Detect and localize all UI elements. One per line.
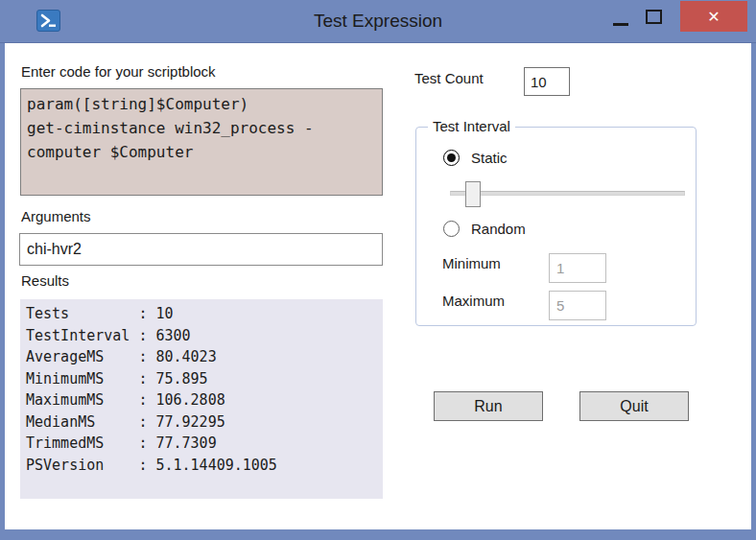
run-button-label: Run — [474, 398, 502, 415]
result-line: TrimmedMS : 77.7309 — [26, 433, 377, 455]
maximize-icon — [646, 10, 662, 24]
code-line: computer $Computer — [27, 140, 376, 164]
result-line: TestInterval : 6300 — [26, 325, 377, 347]
scriptblock-label: Enter code for your scriptblock — [21, 63, 216, 80]
test-count-input[interactable] — [524, 67, 570, 96]
maximum-label: Maximum — [442, 293, 505, 309]
random-radio-row[interactable]: Random — [443, 221, 526, 237]
arguments-label: Arguments — [21, 208, 91, 224]
maximum-input[interactable] — [549, 291, 606, 320]
scriptblock-textarea[interactable]: param([string]$Computer) get-ciminstance… — [20, 88, 383, 196]
interval-slider-track[interactable] — [450, 191, 685, 196]
random-radio[interactable] — [443, 221, 460, 237]
maximize-button[interactable] — [638, 1, 669, 32]
close-button[interactable]: ✕ — [680, 1, 747, 32]
result-line: AverageMS : 80.4023 — [26, 346, 377, 368]
results-output: Tests : 10 TestInterval : 6300 AverageMS… — [20, 299, 383, 499]
quit-button-label: Quit — [620, 398, 648, 415]
random-radio-label[interactable]: Random — [471, 221, 526, 237]
interval-slider-thumb[interactable] — [465, 181, 481, 207]
minimum-label: Minimum — [442, 255, 501, 271]
test-expression-window: Test Expression ✕ Enter code for your sc… — [0, 0, 756, 540]
run-button[interactable]: Run — [434, 391, 543, 421]
result-line: Tests : 10 — [26, 303, 377, 325]
arguments-input[interactable] — [19, 233, 383, 266]
result-line: MaximumMS : 106.2808 — [26, 389, 377, 411]
result-line: MinimumMS : 75.895 — [26, 368, 377, 390]
minimize-icon — [613, 23, 628, 26]
quit-button[interactable]: Quit — [579, 391, 689, 421]
minimum-input[interactable] — [549, 253, 606, 283]
results-label: Results — [21, 272, 69, 289]
code-line: get-ciminstance win32_process - — [27, 116, 376, 140]
test-count-label: Test Count — [414, 70, 484, 86]
test-interval-group: Test Interval Static Random Minimum Maxi… — [415, 127, 697, 326]
result-line: MedianMS : 77.92295 — [26, 411, 377, 434]
dialog-content: Enter code for your scriptblock param([s… — [5, 43, 751, 529]
static-radio[interactable] — [443, 150, 460, 166]
test-interval-legend: Test Interval — [428, 118, 515, 134]
minimize-button[interactable] — [605, 1, 636, 32]
result-line: PSVersion : 5.1.14409.1005 — [26, 455, 377, 477]
close-icon: ✕ — [707, 8, 720, 26]
titlebar[interactable]: Test Expression ✕ — [0, 0, 756, 43]
static-radio-row[interactable]: Static — [443, 150, 508, 166]
static-radio-label[interactable]: Static — [471, 150, 508, 166]
code-line: param([string]$Computer) — [27, 92, 376, 116]
